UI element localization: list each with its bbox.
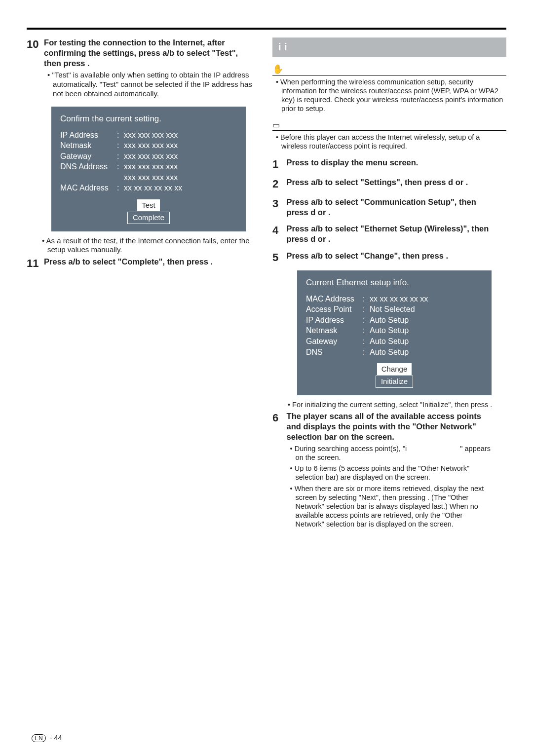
bullet: Up to 6 items (5 access points and the "… (287, 464, 491, 482)
step-1: 1 Press to display the menu screen. (272, 157, 506, 171)
page-footer: EN - 44 (32, 734, 62, 742)
confirm-setting-screen: Confirm the current setting. IP Address:… (51, 107, 246, 231)
step-text-bold: Press a/b to select "Change", then press… (287, 251, 491, 261)
step-4: 4 Press a/b to select "Ethernet Setup (W… (272, 224, 506, 244)
step-body: For testing the connection to the Intern… (44, 38, 256, 101)
step-number: 5 (272, 251, 281, 265)
step-text-bold: Press a/b to select "Ethernet Setup (Wir… (287, 224, 491, 244)
step-6: 6 The player scans all of the available … (272, 411, 506, 530)
ethernet-info-screen: Current Ethernet setup info. MAC Address… (297, 270, 492, 395)
post-screen-note: As a result of the test, if the Internet… (38, 236, 261, 255)
kv-row: Netmask:Auto Setup (306, 325, 483, 336)
section-heading: i i (272, 38, 506, 57)
step-6-block: 6 The player scans all of the available … (272, 411, 506, 530)
note-block: ▭ Before this player can access the Inte… (272, 120, 506, 151)
bullet-text-a: During searching access point(s), "i (295, 445, 407, 453)
step-body: Press a/b to select "Complete", then pre… (44, 257, 256, 267)
kv-row: DNS:Auto Setup (306, 347, 483, 358)
test-button[interactable]: Test (137, 199, 160, 211)
step-text-bold: Press a/b to select "Complete", then pre… (44, 257, 213, 266)
kv-row: DNS Address:xxx xxx xxx xxx (60, 161, 237, 172)
bullet: For initializing the current setting, se… (284, 400, 506, 409)
kv-row: IP Address:xxx xxx xxx xxx (60, 130, 237, 141)
step-body: The player scans all of the available ac… (287, 411, 491, 530)
kv-row: Gateway:xxx xxx xxx xxx (60, 151, 237, 162)
note-text: Before this player can access the Intern… (272, 133, 506, 151)
step-number: 2 (272, 177, 281, 191)
step-text-bold: Press a/b to select "Communication Setup… (287, 197, 491, 218)
step-10: 10 For testing the connection to the Int… (27, 38, 261, 101)
change-button[interactable]: Change (377, 363, 412, 375)
step-number: 4 (272, 224, 281, 237)
screen-title: Current Ethernet setup info. (306, 277, 483, 289)
right-steps: 1 Press to display the menu screen. 2 Pr… (272, 157, 506, 265)
bullet: "Test" is available only when setting to… (44, 71, 256, 98)
caution-icon: ✋ (272, 64, 283, 75)
top-rule (27, 28, 506, 30)
bullet: When there are six or more items retriev… (287, 484, 491, 529)
kv-row: MAC Address:xx xx xx xx xx xx (306, 294, 483, 304)
step-text-bold: Press to display the menu screen. (287, 157, 491, 168)
button-row: Test Complete (60, 199, 237, 225)
note-icon: ▭ (272, 120, 280, 130)
step-text-bold: Press a/b to select "Settings", then pre… (287, 177, 491, 188)
step-2: 2 Press a/b to select "Settings", then p… (272, 177, 506, 191)
caution-block: ✋ When performing the wireless communica… (272, 64, 506, 113)
step-text-bold: For testing the connection to the Intern… (44, 38, 238, 68)
left-column: 10 For testing the connection to the Int… (27, 38, 261, 536)
note-header: ▭ (272, 120, 506, 131)
step-number: 3 (272, 197, 281, 211)
page: 10 For testing the connection to the Int… (0, 0, 533, 756)
bullet: As a result of the test, if the Internet… (38, 236, 261, 255)
screen-title: Confirm the current setting. (60, 113, 237, 125)
page-number: - 44 (50, 734, 62, 742)
step-3: 3 Press a/b to select "Communication Set… (272, 197, 506, 218)
right-column: i i ✋ When performing the wireless commu… (272, 38, 506, 536)
step-text-bold: The player scans all of the available ac… (287, 412, 481, 441)
kv-row: xxx xxx xxx xxx (60, 172, 237, 183)
step-number: 6 (272, 411, 281, 425)
step-number: 10 (27, 38, 38, 51)
bullet: During searching access point(s), "i " a… (287, 444, 491, 462)
post-screen-note: For initializing the current setting, se… (284, 400, 506, 409)
step-5: 5 Press a/b to select "Change", then pre… (272, 251, 506, 265)
initialize-button[interactable]: Initialize (376, 376, 413, 387)
kv-row: Netmask:xxx xxx xxx xxx (60, 140, 237, 151)
step-number: 11 (27, 257, 38, 270)
kv-row: Gateway:Auto Setup (306, 336, 483, 347)
kv-row: IP Address:Auto Setup (306, 315, 483, 326)
caution-text: When performing the wireless communicati… (272, 77, 506, 113)
lang-badge: EN (32, 734, 46, 742)
button-row: Change Initialize (306, 363, 483, 388)
note-header: ✋ (272, 64, 506, 76)
complete-button[interactable]: Complete (127, 212, 170, 224)
step-number: 1 (272, 157, 281, 171)
two-column-layout: 10 For testing the connection to the Int… (27, 38, 506, 536)
step-11: 11 Press a/b to select "Complete", then … (27, 257, 261, 270)
kv-row: MAC Address:xx xx xx xx xx xx (60, 183, 237, 193)
kv-row: Access Point:Not Selected (306, 304, 483, 315)
